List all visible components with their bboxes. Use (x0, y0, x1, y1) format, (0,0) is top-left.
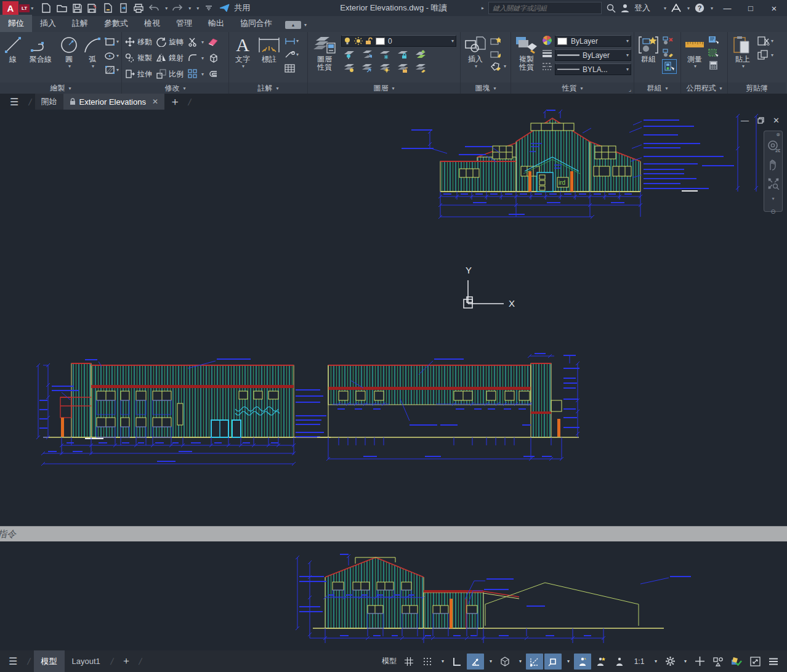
signin-label[interactable]: 登入 (634, 2, 650, 14)
tab-manage[interactable]: 管理 (168, 15, 200, 32)
layer-thaw-all-icon[interactable] (379, 63, 390, 73)
leader-caret-icon[interactable]: ▾ (296, 52, 299, 57)
measure-button[interactable]: 測量 ▾ (684, 34, 706, 69)
move-button[interactable]: 移動 (124, 34, 152, 49)
user-icon[interactable] (621, 4, 629, 12)
layer-thaw-icon[interactable] (361, 63, 372, 73)
model-space-button[interactable]: 模型 (379, 654, 399, 670)
tab-collaborate[interactable]: 協同合作 (232, 15, 280, 32)
open-folder-icon[interactable] (56, 2, 67, 14)
ortho-icon[interactable] (448, 654, 466, 670)
mirror-button[interactable]: 鏡射 (156, 51, 184, 65)
plot-icon[interactable] (102, 2, 113, 14)
polyline-button[interactable]: 聚合線 (26, 34, 55, 63)
trim-button[interactable]: ▾ (187, 34, 204, 49)
search-icon[interactable] (607, 4, 616, 13)
rotate-button[interactable]: 旋轉 (156, 34, 184, 49)
file-tab-menu-icon[interactable]: ☰ (10, 96, 18, 108)
arc-button[interactable]: 弧 ▾ (83, 34, 102, 69)
polar-tracking-icon[interactable] (467, 654, 484, 670)
panel-label-draw[interactable]: 繪製▾ (0, 83, 121, 94)
share-label[interactable]: 共用 (234, 2, 250, 14)
fillet-button[interactable]: ▾ (187, 51, 204, 65)
paste-button[interactable]: 貼上 ▾ (730, 34, 755, 69)
annotation-visibility-icon[interactable] (574, 654, 591, 670)
ribbon-collapse-button[interactable]: ▲ (285, 21, 301, 29)
share-plane-icon[interactable] (219, 2, 230, 14)
isolate-objects-icon[interactable] (709, 654, 727, 670)
ellipse-button[interactable]: ▾ (105, 51, 119, 61)
quick-calc-icon[interactable] (708, 60, 719, 70)
layer-freeze-arrow-icon[interactable] (361, 49, 372, 60)
leader-button[interactable]: ▾ (285, 49, 299, 60)
clean-screen-icon[interactable] (746, 654, 764, 670)
array-button[interactable]: ▾ (187, 67, 204, 81)
paste-caret-icon[interactable]: ▾ (742, 63, 745, 69)
text-button[interactable]: A 文字 ▾ (232, 34, 254, 69)
viewport-close-icon[interactable]: ✕ (773, 116, 780, 125)
object-snap-icon[interactable] (544, 654, 562, 670)
panel-label-clipboard[interactable]: 剪貼簿 (728, 83, 786, 94)
panel-label-utilities[interactable]: 公用程式▾ (681, 83, 727, 94)
ribbon-collapse-caret-icon[interactable]: ▾ (304, 22, 307, 28)
linear-dim-caret-icon[interactable]: ▾ (296, 38, 299, 44)
qat-customize-icon[interactable]: ▾ (196, 6, 199, 11)
line-button[interactable]: 線 (2, 34, 23, 63)
cut-icon[interactable]: ▾ (757, 36, 773, 46)
mobile-icon[interactable] (118, 2, 129, 14)
group-selection-toggle[interactable] (663, 60, 676, 73)
table-button[interactable] (285, 63, 299, 73)
new-file-icon[interactable] (41, 2, 52, 14)
fillet-caret-icon[interactable]: ▾ (201, 55, 204, 61)
measure-caret-icon[interactable]: ▾ (694, 63, 696, 69)
tab-insert[interactable]: 插入 (32, 15, 64, 32)
panel-label-annotation[interactable]: 註解▾ (229, 83, 307, 94)
crosshair-icon[interactable] (691, 654, 708, 670)
hatch-caret-icon[interactable]: ▾ (116, 67, 119, 73)
array-caret-icon[interactable]: ▾ (201, 71, 204, 77)
layer-match-icon[interactable] (415, 63, 426, 73)
ungroup-icon[interactable] (663, 35, 673, 46)
start-tab[interactable]: 開始 (35, 94, 63, 110)
tab-view[interactable]: 檢視 (136, 15, 168, 32)
graphics-performance-icon[interactable] (728, 654, 745, 670)
group-button[interactable]: 群組 (637, 34, 660, 63)
isodraft-icon[interactable] (496, 654, 514, 670)
redo-caret-icon[interactable]: ▾ (188, 6, 191, 11)
zoom-extents-icon[interactable] (767, 177, 780, 190)
autodesk-caret-icon[interactable]: ▾ (687, 6, 690, 11)
rectangle-caret-icon[interactable]: ▾ (116, 39, 119, 44)
edit-block-icon[interactable] (490, 49, 501, 59)
model-tab[interactable]: 模型 (34, 650, 65, 672)
layer-off-icon[interactable] (344, 49, 354, 60)
minimize-button[interactable]: — (718, 1, 737, 15)
panel-label-block[interactable]: 圖塊▾ (461, 83, 511, 94)
attributes-caret-icon[interactable]: ▾ (504, 63, 506, 69)
app-menu-caret-icon[interactable]: ▾ (31, 6, 33, 11)
layer-lock-icon[interactable] (397, 49, 408, 60)
customization-icon[interactable] (765, 654, 782, 670)
help-caret-icon[interactable]: ▾ (711, 6, 713, 11)
cut-caret-icon[interactable]: ▾ (771, 38, 773, 44)
annotation-scale-icon[interactable] (611, 654, 628, 670)
viewport-minimize-icon[interactable]: — (741, 116, 749, 125)
close-tab-icon[interactable]: ✕ (152, 97, 158, 106)
navigation-wheel-icon[interactable]: 2D (767, 140, 780, 153)
redo-icon[interactable] (172, 2, 183, 14)
scale-button[interactable]: 比例 (156, 67, 184, 81)
panel-label-groups[interactable]: 群組▾ (634, 83, 680, 94)
workspace-caret-icon[interactable]: ▾ (681, 654, 690, 670)
panel-label-modify[interactable]: 修改▾ (122, 83, 228, 94)
layer-unlock-row-icon[interactable] (397, 63, 408, 73)
layer-make-current-icon[interactable] (415, 49, 426, 60)
linear-dim-button[interactable]: ▾ (285, 36, 299, 46)
layer-on-row-icon[interactable] (344, 63, 354, 73)
object-snap-caret-icon[interactable]: ▾ (564, 654, 573, 670)
circle-caret-icon[interactable]: ▾ (68, 63, 71, 69)
tab-output[interactable]: 輸出 (200, 15, 232, 32)
stretch-button[interactable]: 拉伸 (124, 67, 152, 81)
color-wheel-icon[interactable] (542, 35, 552, 46)
insert-block-button[interactable]: 插入 ▾ (463, 34, 488, 69)
rectangle-button[interactable]: ▾ (105, 36, 119, 47)
drawing-tab[interactable]: Exterior Elevations ✕ (63, 94, 164, 110)
